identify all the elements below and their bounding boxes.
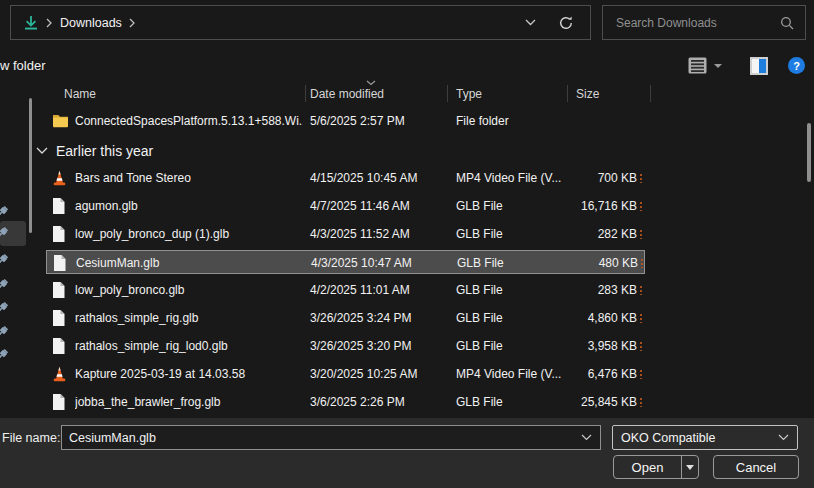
column-divider[interactable] (567, 85, 568, 102)
file-icon (52, 194, 70, 218)
column-divider[interactable] (305, 85, 306, 102)
address-bar[interactable]: Downloads (10, 5, 591, 40)
column-divider[interactable] (650, 85, 651, 102)
open-dropdown-button[interactable] (682, 456, 698, 478)
row-status-mark (640, 230, 642, 239)
file-row[interactable]: low_poly_bronco_dup (1).glb4/3/2025 11:5… (46, 222, 645, 246)
type-cell: GLB File (456, 334, 564, 358)
help-icon[interactable]: ? (788, 57, 805, 74)
downloads-icon (23, 15, 39, 31)
cancel-button[interactable]: Cancel (713, 455, 799, 479)
refresh-icon[interactable] (558, 15, 574, 31)
caret-down-icon (686, 465, 694, 470)
vlc-cone-icon (52, 362, 70, 386)
pushpin-icon[interactable] (0, 301, 9, 315)
new-folder-button-partial[interactable]: w folder (0, 58, 46, 73)
file-name-cell: agumon.glb (75, 194, 303, 218)
date-modified-cell: 3/26/2025 3:24 PM (310, 306, 447, 330)
pushpin-icon[interactable] (0, 226, 9, 240)
preview-pane-icon[interactable] (750, 57, 768, 75)
file-row[interactable]: jobba_the_brawler_frog.glb3/6/2025 2:26 … (46, 390, 645, 414)
file-name-cell: jobba_the_brawler_frog.glb (75, 390, 303, 414)
date-modified-cell: 4/2/2025 11:01 AM (310, 278, 447, 302)
view-mode-button[interactable] (686, 55, 724, 76)
sort-indicator-icon (366, 80, 376, 86)
file-icon (52, 390, 70, 414)
file-list-scrollbar[interactable] (807, 123, 811, 182)
column-divider[interactable] (447, 85, 448, 102)
search-icon[interactable] (780, 16, 794, 30)
date-modified-cell: 5/6/2025 2:57 PM (310, 109, 447, 133)
file-name-cell: ConnectedSpacesPlatform.5.13.1+588.Wi... (75, 109, 303, 133)
file-name-cell: Bars and Tone Stereo (75, 166, 303, 190)
type-cell: GLB File (457, 251, 565, 275)
file-row[interactable]: Kapture 2025-03-19 at 14.03.583/20/2025 … (46, 362, 645, 386)
file-name-cell: low_poly_bronco.glb (75, 278, 303, 302)
pushpin-icon[interactable] (0, 325, 9, 339)
column-header-name[interactable]: Name (64, 87, 96, 101)
file-name-dropdown-icon[interactable] (581, 434, 592, 441)
search-box[interactable] (602, 5, 806, 40)
size-cell: 282 KB (567, 222, 637, 246)
type-cell: MP4 Video File (V... (456, 362, 564, 386)
file-icon (53, 251, 71, 275)
date-modified-cell: 4/15/2025 10:45 AM (310, 166, 447, 190)
search-input[interactable] (603, 15, 780, 31)
file-row[interactable]: Bars and Tone Stereo4/15/2025 10:45 AMMP… (46, 166, 645, 190)
pushpin-icon[interactable] (0, 278, 9, 292)
file-name-cell: rathalos_simple_rig_lod0.glb (75, 334, 303, 358)
folder-icon (52, 109, 70, 133)
file-icon (52, 306, 70, 330)
size-cell: 480 KB (568, 251, 638, 275)
vlc-cone-icon (52, 166, 70, 190)
chevron-right-icon (46, 18, 53, 28)
pushpin-icon[interactable] (0, 253, 9, 267)
address-dropdown-icon[interactable] (525, 19, 536, 26)
group-label: Earlier this year (56, 143, 153, 159)
chevron-right-icon[interactable] (129, 18, 136, 28)
file-row[interactable]: low_poly_bronco.glb4/2/2025 11:01 AMGLB … (46, 278, 645, 302)
file-name-cell: CesiumMan.glb (76, 251, 304, 275)
pushpin-icon[interactable] (0, 348, 9, 362)
file-name-label: File name: (2, 431, 60, 445)
pushpin-icon[interactable] (0, 205, 9, 219)
file-icon (52, 278, 70, 302)
file-type-dropdown-icon (778, 434, 789, 441)
file-icon (52, 222, 70, 246)
row-status-mark (640, 202, 642, 211)
file-row[interactable]: rathalos_simple_rig.glb3/26/2025 3:24 PM… (46, 306, 645, 330)
file-row[interactable]: agumon.glb4/7/2025 11:46 AMGLB File16,71… (46, 194, 645, 218)
date-modified-cell: 3/20/2025 10:25 AM (310, 362, 447, 386)
size-cell (567, 109, 637, 133)
file-row[interactable]: ConnectedSpacesPlatform.5.13.1+588.Wi...… (46, 109, 645, 133)
details-view-icon (688, 57, 707, 74)
size-cell: 16,716 KB (567, 194, 637, 218)
column-header-date-modified[interactable]: Date modified (310, 87, 384, 101)
file-name-input[interactable] (62, 430, 581, 446)
column-header-type[interactable]: Type (456, 87, 482, 101)
file-type-combobox[interactable]: OKO Compatible (612, 425, 798, 450)
size-cell: 700 KB (567, 166, 637, 190)
file-icon (52, 334, 70, 358)
file-row[interactable]: rathalos_simple_rig_lod0.glb3/26/2025 3:… (46, 334, 645, 358)
group-collapse-icon[interactable] (36, 147, 48, 155)
file-name-field[interactable] (61, 425, 601, 450)
breadcrumb-downloads[interactable]: Downloads (60, 16, 122, 30)
open-button[interactable]: Open (614, 456, 681, 478)
column-header-size[interactable]: Size (576, 87, 599, 101)
view-mode-dropdown-icon (714, 64, 722, 68)
type-cell: GLB File (456, 390, 564, 414)
open-split-button[interactable]: Open (613, 455, 699, 479)
size-cell: 3,958 KB (567, 334, 637, 358)
nav-pane-scrollbar[interactable] (29, 98, 32, 233)
type-cell: GLB File (456, 222, 564, 246)
type-cell: GLB File (456, 306, 564, 330)
group-header-earlier-this-year[interactable]: Earlier this year (34, 138, 153, 164)
size-cell: 25,845 KB (567, 390, 637, 414)
file-type-value: OKO Compatible (613, 431, 778, 445)
row-status-mark (640, 370, 642, 379)
row-status-mark (640, 314, 642, 323)
date-modified-cell: 3/26/2025 3:20 PM (310, 334, 447, 358)
file-row-selected[interactable]: CesiumMan.glb4/3/2025 10:47 AMGLB File48… (46, 250, 645, 274)
date-modified-cell: 4/7/2025 11:46 AM (310, 194, 447, 218)
